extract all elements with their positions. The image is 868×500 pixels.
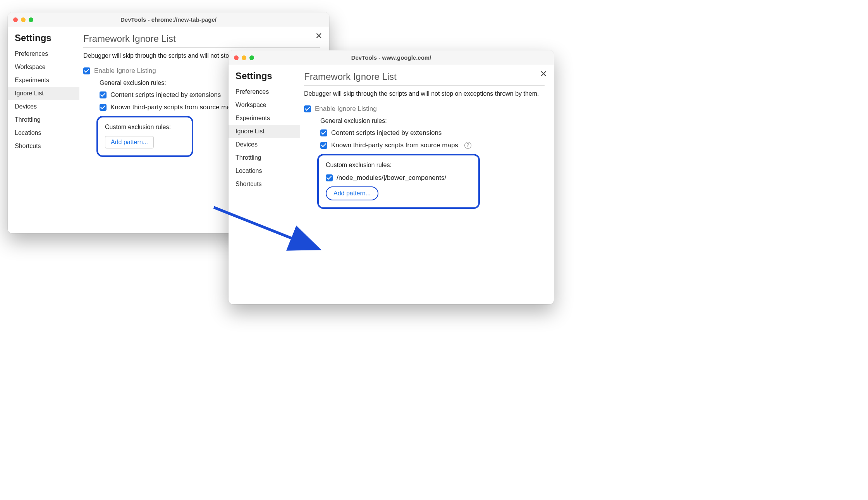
content-scripts-label: Content scripts injected by extensions bbox=[331, 129, 442, 137]
sidebar-item-shortcuts[interactable]: Shortcuts bbox=[8, 140, 79, 153]
sidebar-item-experiments[interactable]: Experiments bbox=[8, 74, 79, 87]
minimize-window-button[interactable] bbox=[242, 55, 246, 60]
page-title: Framework Ignore List bbox=[304, 71, 545, 86]
maximize-window-button[interactable] bbox=[249, 55, 254, 60]
maximize-window-button[interactable] bbox=[29, 17, 33, 22]
window-title: DevTools - chrome://new-tab-page/ bbox=[8, 16, 329, 23]
checkbox-checked-icon[interactable] bbox=[326, 174, 333, 181]
window-title: DevTools - www.google.com/ bbox=[229, 54, 554, 61]
sidebar-item-ignore-list[interactable]: Ignore List bbox=[229, 125, 300, 138]
third-party-scripts-label: Known third-party scripts from source ma… bbox=[331, 141, 458, 149]
sidebar-item-shortcuts[interactable]: Shortcuts bbox=[229, 178, 300, 191]
content-scripts-row[interactable]: Content scripts injected by extensions bbox=[320, 129, 545, 137]
third-party-scripts-row[interactable]: Known third-party scripts from source ma… bbox=[320, 141, 545, 149]
sidebar-item-devices[interactable]: Devices bbox=[229, 138, 300, 151]
checkbox-checked-icon[interactable] bbox=[83, 67, 90, 74]
custom-rules-highlight: Custom exclusion rules: Add pattern... bbox=[96, 116, 193, 157]
third-party-scripts-label: Known third-party scripts from source ma… bbox=[110, 103, 237, 111]
enable-ignore-listing-row[interactable]: Enable Ignore Listing bbox=[304, 105, 545, 113]
description-text: Debugger will skip through the scripts a… bbox=[304, 90, 545, 98]
enable-ignore-listing-label: Enable Ignore Listing bbox=[315, 105, 377, 113]
sidebar-item-ignore-list[interactable]: Ignore List bbox=[8, 87, 79, 100]
sidebar-item-devices[interactable]: Devices bbox=[8, 100, 79, 113]
devtools-window-after: DevTools - www.google.com/ ✕ Settings Pr… bbox=[229, 50, 554, 304]
add-pattern-button[interactable]: Add pattern... bbox=[105, 136, 154, 148]
sidebar-item-workspace[interactable]: Workspace bbox=[229, 98, 300, 112]
enable-ignore-listing-label: Enable Ignore Listing bbox=[94, 67, 156, 75]
close-window-button[interactable] bbox=[13, 17, 18, 22]
checkbox-checked-icon[interactable] bbox=[320, 142, 327, 149]
sidebar-item-locations[interactable]: Locations bbox=[229, 164, 300, 178]
settings-sidebar: Settings Preferences Workspace Experimen… bbox=[229, 65, 300, 304]
sidebar-item-preferences[interactable]: Preferences bbox=[229, 85, 300, 98]
content-scripts-label: Content scripts injected by extensions bbox=[110, 91, 221, 99]
add-pattern-button[interactable]: Add pattern... bbox=[326, 186, 378, 200]
sidebar-item-workspace[interactable]: Workspace bbox=[8, 60, 79, 74]
custom-pattern-text: /node_modules/|/bower_components/ bbox=[337, 174, 446, 182]
custom-pattern-row[interactable]: /node_modules/|/bower_components/ bbox=[326, 174, 471, 182]
window-controls bbox=[8, 17, 33, 22]
custom-rules-label: Custom exclusion rules: bbox=[105, 124, 185, 131]
close-icon[interactable]: ✕ bbox=[315, 32, 322, 40]
custom-rules-label: Custom exclusion rules: bbox=[326, 162, 471, 169]
sidebar-item-experiments[interactable]: Experiments bbox=[229, 112, 300, 125]
checkbox-checked-icon[interactable] bbox=[320, 129, 327, 136]
sidebar-item-throttling[interactable]: Throttling bbox=[229, 151, 300, 164]
settings-content: Framework Ignore List Debugger will skip… bbox=[300, 65, 554, 304]
close-window-button[interactable] bbox=[234, 55, 239, 60]
titlebar: DevTools - chrome://new-tab-page/ bbox=[8, 12, 329, 27]
custom-rules-highlight: Custom exclusion rules: /node_modules/|/… bbox=[317, 154, 480, 209]
help-icon[interactable]: ? bbox=[464, 142, 471, 149]
checkbox-checked-icon[interactable] bbox=[100, 104, 107, 111]
sidebar-item-locations[interactable]: Locations bbox=[8, 126, 79, 140]
settings-heading: Settings bbox=[8, 33, 79, 47]
minimize-window-button[interactable] bbox=[21, 17, 26, 22]
close-icon[interactable]: ✕ bbox=[540, 70, 547, 78]
window-controls bbox=[229, 55, 254, 60]
checkbox-checked-icon[interactable] bbox=[304, 105, 311, 112]
sidebar-item-throttling[interactable]: Throttling bbox=[8, 113, 79, 126]
checkbox-checked-icon[interactable] bbox=[100, 91, 107, 98]
titlebar: DevTools - www.google.com/ bbox=[229, 50, 554, 65]
sidebar-item-preferences[interactable]: Preferences bbox=[8, 47, 79, 60]
page-title: Framework Ignore List bbox=[83, 33, 320, 48]
general-rules-label: General exclusion rules: bbox=[320, 117, 545, 124]
settings-sidebar: Settings Preferences Workspace Experimen… bbox=[8, 27, 79, 233]
settings-heading: Settings bbox=[229, 71, 300, 85]
